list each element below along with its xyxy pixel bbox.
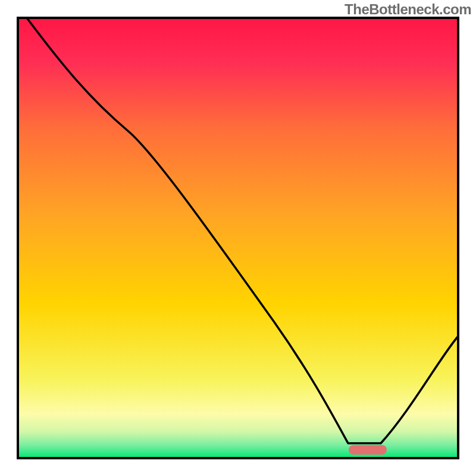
plot-background bbox=[18, 18, 458, 458]
chart-container: { "watermark": "TheBottleneck.com", "cha… bbox=[0, 0, 476, 476]
watermark-text: TheBottleneck.com bbox=[345, 1, 471, 18]
optimal-marker-bar bbox=[349, 445, 387, 455]
bottleneck-chart bbox=[0, 0, 476, 476]
